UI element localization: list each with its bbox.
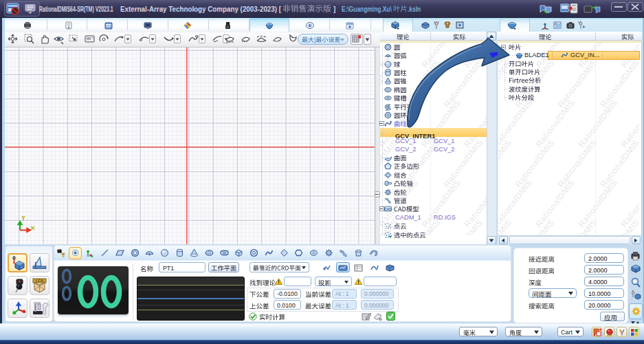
- svg-text:LCA: LCA: [36, 279, 43, 283]
- svg-text:CAD: CAD: [384, 207, 392, 211]
